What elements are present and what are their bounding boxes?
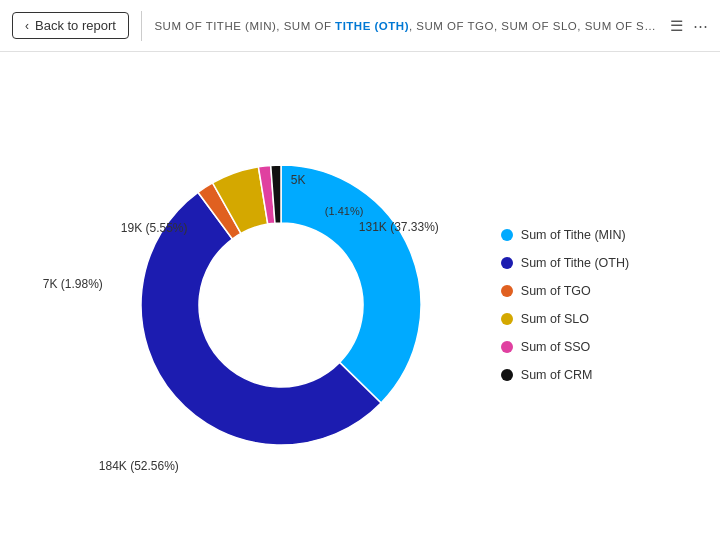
legend-item-tgo: Sum of TGO (501, 284, 629, 298)
legend-label-slo: Sum of SLO (521, 312, 589, 326)
title-rest: , SUM OF TGO, SUM OF SLO, SUM OF SSO AND… (409, 20, 658, 32)
legend-dot-oth (501, 257, 513, 269)
legend-item-slo: Sum of SLO (501, 312, 629, 326)
donut-hole (200, 224, 362, 386)
back-label: Back to report (35, 18, 116, 33)
top-icons: ☰ ⋯ (670, 17, 708, 35)
legend-dot-sso (501, 341, 513, 353)
title-plain: SUM OF TITHE (MIN), SUM OF (154, 20, 335, 32)
donut-chart-svg (91, 115, 471, 495)
legend: Sum of Tithe (MIN) Sum of Tithe (OTH) Su… (501, 228, 629, 382)
legend-label-oth: Sum of Tithe (OTH) (521, 256, 629, 270)
sso-label: 5K (291, 173, 306, 187)
title-highlight: TITHE (OTH) (335, 20, 409, 32)
back-arrow-icon: ‹ (25, 19, 29, 33)
chart-area: 131K (37.33%) 184K (52.56%) 7K (1.98%) 1… (0, 52, 720, 558)
legend-item-min: Sum of Tithe (MIN) (501, 228, 629, 242)
legend-dot-crm (501, 369, 513, 381)
legend-item-oth: Sum of Tithe (OTH) (501, 256, 629, 270)
legend-label-crm: Sum of CRM (521, 368, 593, 382)
top-bar: ‹ Back to report SUM OF TITHE (MIN), SUM… (0, 0, 720, 52)
oth-label: 184K (52.56%) (99, 459, 179, 473)
filter-icon[interactable]: ☰ (670, 17, 683, 35)
back-button[interactable]: ‹ Back to report (12, 12, 129, 39)
legend-dot-tgo (501, 285, 513, 297)
slo-label: 19K (5.55%) (121, 221, 188, 235)
report-title: SUM OF TITHE (MIN), SUM OF TITHE (OTH), … (154, 20, 658, 32)
donut-chart-container: 131K (37.33%) 184K (52.56%) 7K (1.98%) 1… (91, 115, 471, 495)
legend-dot-slo (501, 313, 513, 325)
more-icon[interactable]: ⋯ (693, 17, 708, 35)
legend-label-min: Sum of Tithe (MIN) (521, 228, 626, 242)
legend-item-crm: Sum of CRM (501, 368, 629, 382)
legend-item-sso: Sum of SSO (501, 340, 629, 354)
crm-label: (1.41%) (325, 205, 364, 217)
legend-label-tgo: Sum of TGO (521, 284, 591, 298)
tgo-label: 7K (1.98%) (43, 277, 103, 291)
legend-dot-min (501, 229, 513, 241)
divider (141, 11, 143, 41)
legend-label-sso: Sum of SSO (521, 340, 590, 354)
min-label: 131K (37.33%) (359, 220, 439, 234)
